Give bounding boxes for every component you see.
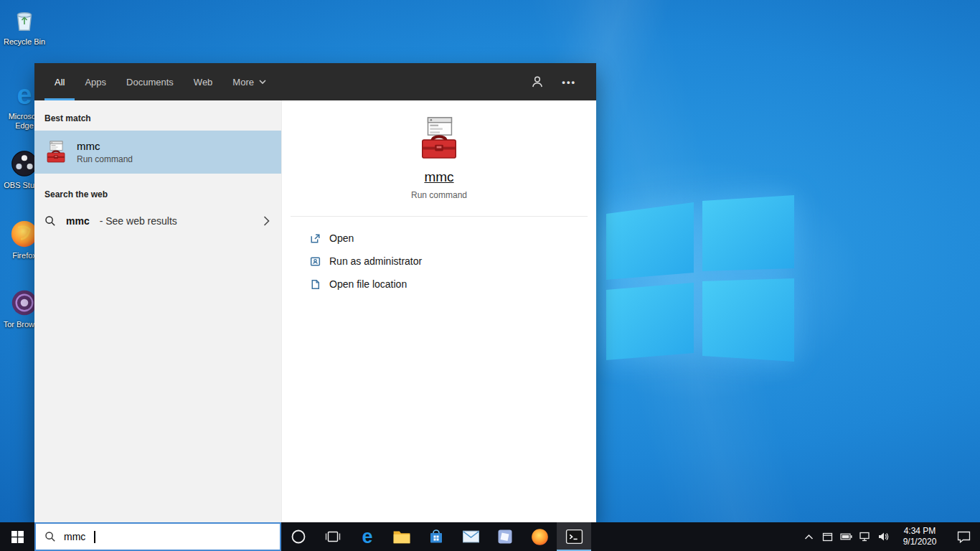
clock-time: 4:34 PM [904, 526, 936, 537]
windows-desktop: Recycle Bin e Microsoft Edge OBS Studio [0, 0, 980, 551]
web-query: mmc [66, 215, 90, 227]
battery-icon [840, 533, 852, 540]
open-icon [309, 232, 321, 245]
microsoft-store-icon [428, 528, 445, 545]
cortana-icon [291, 529, 306, 545]
search-input-value: mmc [64, 531, 85, 542]
action-open-file-location[interactable]: Open file location [309, 273, 596, 296]
preview-title[interactable]: mmc [424, 169, 453, 185]
taskbar-app-file-explorer[interactable] [385, 522, 419, 551]
best-match-header: Best match [34, 108, 281, 131]
recycle-bin-icon [10, 6, 39, 34]
tray-chevron-button[interactable] [799, 522, 818, 551]
windows-logo [606, 195, 794, 367]
volume-button[interactable] [874, 522, 892, 551]
open-file-location-icon [309, 278, 321, 291]
tab-label: Apps [85, 77, 106, 88]
tab-label: More [232, 77, 254, 88]
taskbar-app-microsoft-store[interactable] [419, 522, 453, 551]
mail-icon [462, 529, 480, 544]
windows-start-icon [11, 531, 24, 543]
desktop-icon-label: Firefox [12, 251, 37, 260]
network-ethernet-icon [859, 532, 870, 542]
preview-actions: Open Run as administrator [282, 221, 596, 296]
chevron-up-icon [804, 534, 814, 540]
search-flyout: All Apps Documents Web More [34, 63, 596, 522]
action-label: Open file location [329, 278, 407, 290]
tab-all[interactable]: All [44, 63, 75, 100]
tray-app-window-icon [822, 532, 833, 542]
best-match-result[interactable]: mmc Run command [34, 131, 281, 174]
action-center-icon [957, 531, 971, 543]
battery-button[interactable] [837, 522, 855, 551]
system-tray: 4:34 PM 9/1/2020 [799, 522, 980, 551]
taskbar: mmc e [0, 522, 980, 551]
tab-apps[interactable]: Apps [75, 63, 116, 100]
taskbar-app-mail[interactable] [453, 522, 488, 551]
search-header-actions: ••• [530, 75, 596, 89]
microsoft-edge-icon: e [362, 527, 372, 547]
result-subtitle: Run command [77, 154, 133, 164]
task-view-button[interactable] [316, 522, 350, 551]
search-tabs: All Apps Documents Web More [34, 63, 276, 100]
search-results-list: Best match [34, 100, 281, 522]
search-header: All Apps Documents Web More [34, 63, 596, 100]
taskbar-app-firefox[interactable] [522, 522, 557, 551]
action-label: Open [329, 232, 354, 244]
clock-date: 9/1/2020 [903, 537, 937, 547]
start-button[interactable] [0, 522, 34, 551]
app-icon [496, 528, 514, 545]
tab-label: All [55, 77, 65, 88]
taskbar-clock[interactable]: 4:34 PM 9/1/2020 [892, 522, 947, 551]
sign-in-person-icon[interactable] [530, 75, 545, 89]
web-search-result[interactable]: mmc - See web results [34, 207, 281, 235]
tab-documents[interactable]: Documents [116, 63, 184, 100]
action-open[interactable]: Open [309, 227, 596, 250]
desktop-icon-label: Recycle Bin [4, 37, 45, 47]
search-icon [44, 215, 56, 227]
text-caret [94, 531, 95, 543]
search-body: Best match [34, 100, 596, 522]
action-run-as-administrator[interactable]: Run as administrator [309, 250, 596, 273]
action-center-button[interactable] [947, 522, 980, 551]
network-button[interactable] [855, 522, 874, 551]
more-options-icon[interactable]: ••• [562, 77, 576, 88]
mmc-icon-large [417, 116, 461, 161]
command-prompt-icon [565, 529, 583, 545]
file-explorer-icon [392, 528, 411, 545]
search-the-web-header: Search the web [34, 184, 281, 207]
volume-icon [877, 532, 889, 542]
web-query-suffix: - See web results [100, 215, 177, 227]
chevron-down-icon [259, 80, 266, 85]
tab-more[interactable]: More [222, 63, 276, 100]
tab-label: Documents [126, 77, 174, 88]
tab-label: Web [194, 77, 213, 88]
result-title: mmc [77, 140, 133, 152]
taskbar-app-blue-tile[interactable] [488, 522, 522, 551]
cortana-button[interactable] [281, 522, 316, 551]
mmc-icon [44, 141, 67, 164]
preview-subtitle: Run command [411, 190, 467, 200]
task-view-icon [325, 530, 341, 543]
desktop-icon-recycle-bin[interactable]: Recycle Bin [1, 6, 47, 47]
best-match-text: mmc Run command [77, 140, 133, 164]
run-as-admin-icon [309, 255, 321, 268]
tray-app-button[interactable] [818, 522, 837, 551]
action-label: Run as administrator [329, 255, 422, 267]
divider [291, 216, 588, 217]
tab-web[interactable]: Web [184, 63, 223, 100]
search-icon [44, 531, 56, 542]
taskbar-app-command-prompt[interactable] [557, 522, 591, 551]
taskbar-app-edge[interactable]: e [350, 522, 385, 551]
firefox-icon [531, 528, 549, 546]
chevron-right-icon[interactable] [263, 216, 270, 226]
taskbar-search-input[interactable]: mmc [34, 522, 281, 551]
search-preview-pane: mmc Run command Open [281, 100, 596, 522]
